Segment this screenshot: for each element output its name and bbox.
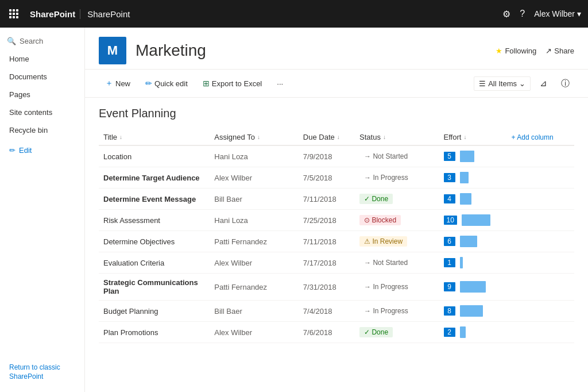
effort-number: 1 bbox=[444, 258, 455, 267]
search-icon: 🔍 bbox=[7, 37, 16, 45]
cell-add-column bbox=[507, 210, 574, 231]
new-button[interactable]: ＋ New bbox=[99, 74, 137, 93]
effort-bar-group: 6 bbox=[444, 236, 502, 247]
cell-effort: 6 bbox=[439, 231, 507, 252]
user-menu[interactable]: Alex Wilber ▾ bbox=[534, 9, 581, 18]
info-button[interactable]: ⓘ bbox=[556, 76, 574, 91]
add-column-label: + Add column bbox=[512, 133, 554, 141]
waffle-icon[interactable] bbox=[7, 7, 21, 21]
share-button[interactable]: ↗ Share bbox=[546, 47, 574, 55]
effort-number: 2 bbox=[444, 328, 455, 337]
table-row[interactable]: Determine Target AudienceAlex Wilber7/5/… bbox=[99, 167, 574, 189]
effort-bar-group: 8 bbox=[444, 305, 502, 317]
cell-title: Location bbox=[99, 145, 210, 167]
effort-number: 9 bbox=[444, 282, 455, 291]
effort-bar bbox=[460, 172, 469, 183]
cell-add-column bbox=[507, 301, 574, 322]
cell-due-date: 7/9/2018 bbox=[299, 145, 355, 167]
table-row[interactable]: LocationHani Loza7/9/2018→ Not Started5 bbox=[99, 145, 574, 167]
quick-edit-label: Quick edit bbox=[154, 79, 188, 88]
search-label: Search bbox=[20, 37, 43, 45]
content-area: M Marketing ★ Following ↗ Share ＋ New bbox=[85, 28, 588, 392]
main-layout: 🔍 Search Home Documents Pages Site conte… bbox=[0, 28, 588, 392]
table-row[interactable]: Determine ObjectivesPatti Fernandez7/11/… bbox=[99, 231, 574, 252]
status-badge: ⚠ In Review bbox=[359, 236, 407, 247]
help-icon[interactable]: ? bbox=[520, 9, 525, 19]
following-button[interactable]: ★ Following bbox=[496, 47, 536, 55]
sidebar-footer: Return to classic SharePoint bbox=[0, 355, 84, 387]
classic-link[interactable]: Return to classic SharePoint bbox=[9, 363, 60, 381]
cell-add-column bbox=[507, 322, 574, 343]
sort-icon: ↓ bbox=[257, 134, 260, 140]
table-row[interactable]: Evaluation CriteriaAlex Wilber7/17/2018→… bbox=[99, 252, 574, 274]
cell-add-column bbox=[507, 274, 574, 301]
col-header-status[interactable]: Status ↓ bbox=[355, 129, 439, 145]
cell-assigned: Bill Baer bbox=[210, 301, 299, 322]
sort-icon: ↓ bbox=[383, 134, 386, 140]
toolbar: ＋ New ✏ Quick edit ⊞ Export to Excel ···… bbox=[85, 70, 588, 98]
cell-title: Strategic Communications Plan bbox=[99, 274, 210, 301]
effort-number: 4 bbox=[444, 194, 455, 203]
brand-label[interactable]: SharePoint bbox=[25, 9, 80, 19]
effort-bar bbox=[460, 326, 466, 338]
table-header-row: Title ↓ Assigned To ↓ Du bbox=[99, 129, 574, 145]
table-row[interactable]: Plan PromotionsAlex Wilber7/6/2018✓ Done… bbox=[99, 322, 574, 343]
star-icon: ★ bbox=[496, 47, 502, 55]
share-label: Share bbox=[554, 47, 574, 55]
sidebar-item-home[interactable]: Home bbox=[0, 50, 84, 68]
table-row[interactable]: Risk AssessmentHani Loza7/25/2018⊙ Block… bbox=[99, 210, 574, 231]
sidebar-item-recycle-bin[interactable]: Recycle bin bbox=[0, 121, 84, 139]
cell-status: → In Progress bbox=[355, 274, 439, 301]
sort-icon: ↓ bbox=[119, 134, 122, 140]
more-button[interactable]: ··· bbox=[270, 75, 289, 92]
export-button[interactable]: ⊞ Export to Excel bbox=[196, 75, 268, 92]
share-icon: ↗ bbox=[546, 47, 552, 55]
cell-title: Risk Assessment bbox=[99, 210, 210, 231]
cell-title: Determine Event Message bbox=[99, 189, 210, 210]
sidebar-item-label: Pages bbox=[9, 90, 30, 99]
cell-assigned: Patti Fernandez bbox=[210, 274, 299, 301]
status-badge: ✓ Done bbox=[359, 194, 393, 204]
sidebar-item-label: Documents bbox=[9, 72, 47, 81]
edit-icon: ✏ bbox=[9, 146, 16, 155]
cell-effort: 4 bbox=[439, 189, 507, 210]
cell-due-date: 7/6/2018 bbox=[299, 322, 355, 343]
effort-bar bbox=[460, 257, 463, 268]
col-header-assigned[interactable]: Assigned To ↓ bbox=[210, 129, 299, 145]
sidebar: 🔍 Search Home Documents Pages Site conte… bbox=[0, 28, 85, 392]
top-nav-right: ⚙ ? Alex Wilber ▾ bbox=[502, 9, 581, 20]
status-badge: ⊙ Blocked bbox=[359, 215, 401, 225]
cell-assigned: Bill Baer bbox=[210, 189, 299, 210]
sidebar-item-documents[interactable]: Documents bbox=[0, 68, 84, 86]
settings-icon[interactable]: ⚙ bbox=[502, 9, 510, 20]
effort-number: 10 bbox=[444, 216, 457, 225]
table-row[interactable]: Determine Event MessageBill Baer7/11/201… bbox=[99, 189, 574, 210]
col-header-title[interactable]: Title ↓ bbox=[99, 129, 210, 145]
user-name: Alex Wilber bbox=[534, 9, 575, 18]
sidebar-item-site-contents[interactable]: Site contents bbox=[0, 103, 84, 121]
effort-bar bbox=[460, 281, 486, 293]
col-header-due-date[interactable]: Due Date ↓ bbox=[299, 129, 355, 145]
effort-number: 3 bbox=[444, 173, 455, 182]
view-selector[interactable]: ☰ All Items ⌄ bbox=[474, 76, 531, 91]
cell-effort: 2 bbox=[439, 322, 507, 343]
status-badge: → In Progress bbox=[359, 306, 413, 316]
col-header-add[interactable]: + Add column bbox=[507, 129, 574, 145]
filter-button[interactable]: ⊿ bbox=[535, 76, 552, 91]
cell-status: → Not Started bbox=[355, 145, 439, 167]
search-box[interactable]: 🔍 Search bbox=[0, 32, 84, 50]
table-row[interactable]: Budget PlanningBill Baer7/4/2018→ In Pro… bbox=[99, 301, 574, 322]
cell-effort: 10 bbox=[439, 210, 507, 231]
site-nav-title[interactable]: SharePoint bbox=[87, 9, 130, 19]
cell-status: ⊙ Blocked bbox=[355, 210, 439, 231]
table-row[interactable]: Strategic Communications PlanPatti Ferna… bbox=[99, 274, 574, 301]
site-header-left: M Marketing bbox=[99, 37, 206, 64]
sidebar-item-pages[interactable]: Pages bbox=[0, 86, 84, 103]
edit-button[interactable]: ✏ Edit bbox=[0, 141, 84, 159]
col-header-effort[interactable]: Effort ↓ bbox=[439, 129, 507, 145]
cell-assigned: Alex Wilber bbox=[210, 167, 299, 189]
following-label: Following bbox=[505, 47, 536, 55]
cell-effort: 1 bbox=[439, 252, 507, 274]
site-logo: M bbox=[99, 37, 126, 64]
quick-edit-button[interactable]: ✏ Quick edit bbox=[139, 75, 194, 92]
